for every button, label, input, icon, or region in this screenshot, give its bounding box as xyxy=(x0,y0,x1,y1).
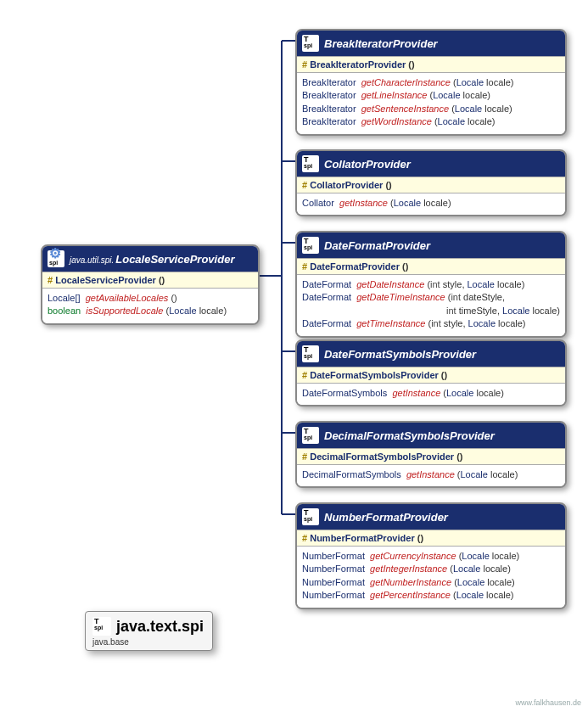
constructor-row: # LocaleServiceProvider () xyxy=(42,272,258,289)
methods-list: DecimalFormatSymbols getInstance (Locale… xyxy=(297,465,565,486)
class-name: BreakIteratorProvider xyxy=(324,37,438,50)
method-row: BreakIterator getCharacterInstance (Loca… xyxy=(302,76,560,89)
method-row: Locale[] getAvailableLocales () xyxy=(48,292,253,305)
constructor-row: # CollatorProvider () xyxy=(297,177,565,193)
constructor-name: DateFormatProvider xyxy=(310,261,400,272)
method-row: DateFormatSymbols getInstance (Locale lo… xyxy=(302,387,560,400)
methods-list: DateFormat getDateInstance (int style, L… xyxy=(297,275,565,336)
spi-icon xyxy=(302,508,319,525)
constructor-row: # BreakIteratorProvider () xyxy=(297,56,565,73)
method-row: Collator getInstance (Locale locale) xyxy=(302,197,560,210)
method-row: BreakIterator getSentenceInstance (Local… xyxy=(302,103,560,115)
constructor-name: DecimalFormatSymbolsProvider xyxy=(310,451,454,462)
class-name: DateFormatSymbolsProvider xyxy=(324,348,476,361)
spi-icon xyxy=(92,617,111,636)
constructor-name: DateFormatSymbolsProvider xyxy=(310,370,439,380)
class-header: BreakIteratorProvider xyxy=(297,31,565,56)
spi-gear-icon xyxy=(48,250,64,267)
class-decimalformatsymbolsprovider: DecimalFormatSymbolsProvider# DecimalFor… xyxy=(295,421,567,488)
spi-icon xyxy=(302,155,319,172)
method-row: NumberFormat getPercentInstance (Locale … xyxy=(302,589,560,602)
method-row: boolean isSupportedLocale (Locale locale… xyxy=(48,305,253,317)
class-header: DateFormatProvider xyxy=(297,233,565,258)
methods-list: Collator getInstance (Locale locale) xyxy=(297,193,565,215)
package-prefix: java.util.spi. xyxy=(70,255,114,265)
constructor-name: NumberFormatProvider xyxy=(310,533,414,543)
method-row: BreakIterator getLineInstance (Locale lo… xyxy=(302,89,560,102)
constructor-row: # DateFormatSymbolsProvider () xyxy=(297,367,565,384)
method-row: BreakIterator getWordInstance (Locale lo… xyxy=(302,115,560,128)
class-collatorprovider: CollatorProvider# CollatorProvider ()Col… xyxy=(295,149,567,216)
method-row: DecimalFormatSymbols getInstance (Locale… xyxy=(302,468,560,481)
method-row: NumberFormat getIntegerInstance (Locale … xyxy=(302,563,560,575)
module-name: java.base xyxy=(92,637,204,647)
class-name: CollatorProvider xyxy=(324,158,411,171)
package-name: java.text.spi xyxy=(116,618,204,636)
package-label: java.text.spi java.base xyxy=(85,611,213,651)
spi-icon xyxy=(302,237,319,254)
class-breakiteratorprovider: BreakIteratorProvider# BreakIteratorProv… xyxy=(295,29,567,136)
constructor-row: # DateFormatProvider () xyxy=(297,258,565,275)
class-name: LocaleServiceProvider xyxy=(115,253,234,266)
method-row: NumberFormat getNumberInstance (Locale l… xyxy=(302,576,560,589)
constructor-name: LocaleServiceProvider xyxy=(55,275,156,285)
method-row: DateFormat getDateInstance (int style, L… xyxy=(302,278,560,291)
class-name: DecimalFormatSymbolsProvider xyxy=(324,429,495,442)
class-header: CollatorProvider xyxy=(297,151,565,177)
class-header: DateFormatSymbolsProvider xyxy=(297,341,565,367)
spi-icon xyxy=(302,345,319,362)
class-header: NumberFormatProvider xyxy=(297,504,565,530)
class-dateformatprovider: DateFormatProvider# DateFormatProvider (… xyxy=(295,231,567,338)
class-locale-service-provider: java.util.spi.LocaleServiceProvider # Lo… xyxy=(41,244,260,325)
method-row: NumberFormat getCurrencyInstance (Locale… xyxy=(302,550,560,563)
constructor-row: # DecimalFormatSymbolsProvider () xyxy=(297,448,565,465)
method-row: DateFormat getDateTimeInstance (int date… xyxy=(302,291,560,304)
class-name: DateFormatProvider xyxy=(324,239,430,252)
watermark: www.falkhausen.de xyxy=(515,698,581,707)
method-row: DateFormat getTimeInstance (int style, L… xyxy=(302,317,560,330)
methods-list: NumberFormat getCurrencyInstance (Locale… xyxy=(297,547,565,608)
method-row: int timeStyle, Locale locale) xyxy=(302,305,560,317)
methods-list: BreakIterator getCharacterInstance (Loca… xyxy=(297,73,565,134)
constructor-row: # NumberFormatProvider () xyxy=(297,530,565,547)
spi-icon xyxy=(302,427,319,444)
constructor-name: BreakIteratorProvider xyxy=(310,59,406,70)
class-dateformatsymbolsprovider: DateFormatSymbolsProvider# DateFormatSym… xyxy=(295,339,567,406)
class-header: java.util.spi.LocaleServiceProvider xyxy=(42,246,258,272)
spi-icon xyxy=(302,35,319,52)
class-numberformatprovider: NumberFormatProvider# NumberFormatProvid… xyxy=(295,502,567,609)
methods-list: Locale[] getAvailableLocales ()boolean i… xyxy=(42,289,258,323)
class-header: DecimalFormatSymbolsProvider xyxy=(297,423,565,448)
constructor-name: CollatorProvider xyxy=(310,180,383,190)
methods-list: DateFormatSymbols getInstance (Locale lo… xyxy=(297,384,565,405)
class-name: NumberFormatProvider xyxy=(324,511,448,524)
